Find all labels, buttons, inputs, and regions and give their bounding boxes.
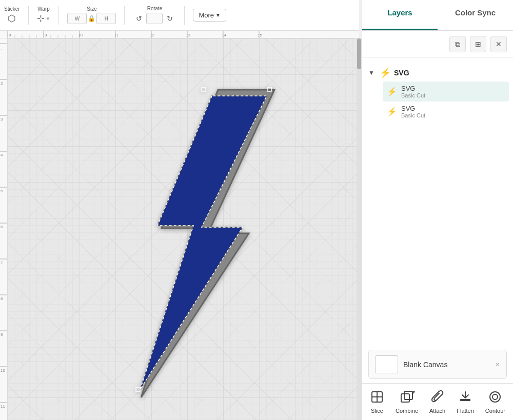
svg-text:9: 9 [1, 332, 3, 337]
color-sync-tab-label: Color Sync [455, 8, 496, 17]
lightning-svg [74, 85, 310, 403]
blank-canvas-thumbnail [375, 355, 398, 373]
svg-text:11: 11 [114, 33, 119, 37]
height-input[interactable] [96, 13, 116, 24]
slice-label: Slice [371, 408, 383, 414]
combine-icon-wrapper: ▼ [400, 390, 414, 406]
panel-bottom: Slice ▼ Combine Attach [362, 383, 513, 420]
size-inputs: 🔒 [67, 13, 116, 24]
flatten-label: Flatten [457, 408, 474, 414]
svg-text:9: 9 [45, 33, 47, 37]
scrollbar-right[interactable] [357, 38, 362, 420]
contour-label: Contour [485, 408, 505, 414]
attach-icon-wrapper [430, 390, 445, 406]
svg-text:5: 5 [1, 189, 3, 193]
layer-group-svg: ▼ ⚡ SVG ⚡ SVG Basic Cut ⚡ S [362, 62, 513, 124]
lock-icon: 🔒 [88, 15, 95, 22]
rotate-ccw-button[interactable]: ↺ [133, 12, 145, 25]
merge-button[interactable]: ⊞ [470, 36, 486, 52]
flatten-icon [458, 390, 472, 404]
contour-icon-wrapper [488, 390, 502, 406]
layer-child-1-sublabel: Basic Cut [401, 92, 425, 98]
slice-icon-wrapper [370, 390, 384, 406]
svg-text:11: 11 [1, 404, 5, 409]
attach-label: Attach [429, 408, 445, 414]
svg-text:10: 10 [78, 33, 83, 37]
sticker-group: Sticker ⬡ [4, 6, 20, 24]
layer-group-header[interactable]: ▼ ⚡ SVG [366, 64, 509, 82]
tab-color-sync[interactable]: Color Sync [438, 0, 513, 30]
flatten-action[interactable]: Flatten [452, 388, 478, 416]
svg-text:7: 7 [1, 261, 3, 265]
tab-layers[interactable]: Layers [362, 0, 438, 30]
svg-text:4: 4 [1, 153, 3, 157]
layer-child-2-sublabel: Basic Cut [401, 112, 425, 118]
combine-action[interactable]: ▼ Combine [391, 388, 422, 416]
layer-child-2-name: SVG [401, 105, 425, 112]
sticker-icon: ⬡ [8, 13, 16, 24]
lock-toggle[interactable]: 🔒 [88, 15, 95, 22]
divider-4 [184, 6, 185, 25]
svg-text:1: 1 [0, 49, 3, 51]
svg-text:6: 6 [1, 225, 3, 229]
svg-rect-51 [460, 399, 470, 401]
contour-icon [488, 390, 502, 404]
layer-child-2-info: SVG Basic Cut [401, 105, 425, 118]
blank-canvas-label: Blank Canvas [403, 361, 447, 369]
svg-child-2-lightning-icon: ⚡ [387, 107, 397, 116]
blank-canvas-close-icon[interactable]: ✕ [495, 361, 500, 368]
ruler-left-svg: 1 2 3 4 5 6 7 8 9 10 11 [0, 38, 8, 420]
panel-toolbar: ⧉ ⊞ ✕ [362, 31, 513, 58]
layer-child-1-name: SVG [401, 85, 425, 92]
rotate-cw-button[interactable]: ↻ [164, 12, 176, 25]
slice-action[interactable]: Slice [366, 388, 388, 416]
duplicate-button[interactable]: ⧉ [449, 36, 466, 52]
divider-2 [58, 6, 59, 25]
layers-tab-label: Layers [387, 8, 412, 17]
rotate-input[interactable] [146, 13, 163, 24]
rotate-group: Rotate ↺ ↻ [133, 6, 176, 25]
blank-canvas-row[interactable]: Blank Canvas ✕ [368, 350, 507, 379]
more-button[interactable]: More ▼ [193, 9, 226, 22]
handle-bottom-left [136, 387, 140, 391]
duplicate-icon: ⧉ [455, 40, 460, 49]
more-chevron-icon: ▼ [215, 12, 221, 18]
rotate-controls: ↺ ↻ [133, 12, 176, 25]
top-toolbar: Sticker ⬡ Warp ⊹ ▼ Size 🔒 Rotate ↺ [0, 0, 359, 31]
warp-label: Warp [37, 6, 50, 12]
layers-content: ▼ ⚡ SVG ⚡ SVG Basic Cut ⚡ S [362, 58, 513, 346]
canvas-area[interactable] [8, 38, 359, 420]
svg-text:14: 14 [222, 33, 226, 37]
slice-icon [370, 390, 384, 404]
panel-tabs: Layers Color Sync [362, 0, 513, 31]
flatten-icon-wrapper [458, 390, 472, 406]
svg-point-53 [490, 392, 500, 402]
scrollbar-thumb[interactable] [357, 38, 361, 69]
svg-text:10: 10 [1, 368, 5, 373]
layer-child-1[interactable]: ⚡ SVG Basic Cut [383, 82, 509, 102]
divider-1 [28, 6, 29, 25]
ruler-left: 1 2 3 4 5 6 7 8 9 10 11 [0, 38, 8, 420]
svg-text:2: 2 [1, 81, 3, 86]
layer-child-2[interactable]: ⚡ SVG Basic Cut [383, 102, 509, 122]
sticker-label: Sticker [4, 6, 20, 12]
ruler-top: 8 9 10 11 12 13 14 15 [0, 31, 359, 38]
delete-button[interactable]: ✕ [490, 36, 507, 52]
rotate-label: Rotate [147, 6, 162, 11]
size-label: Size [87, 6, 96, 12]
size-group: Size 🔒 [67, 6, 116, 24]
warp-group: Warp ⊹ ▼ [37, 6, 51, 24]
svg-text:15: 15 [258, 33, 262, 37]
contour-action[interactable]: Contour [481, 388, 509, 416]
more-label: More [199, 11, 214, 19]
svg-text:12: 12 [150, 33, 154, 37]
attach-action[interactable]: Attach [425, 388, 449, 416]
svg-text:8: 8 [1, 296, 3, 301]
warp-chevron-icon: ▼ [46, 16, 51, 22]
width-input[interactable] [67, 13, 87, 24]
svg-text:8: 8 [9, 33, 11, 37]
svg-point-54 [492, 394, 498, 399]
svg-text:3: 3 [1, 117, 3, 122]
lightning-container[interactable] [74, 85, 310, 403]
warp-controls: ⊹ ▼ [37, 13, 51, 24]
